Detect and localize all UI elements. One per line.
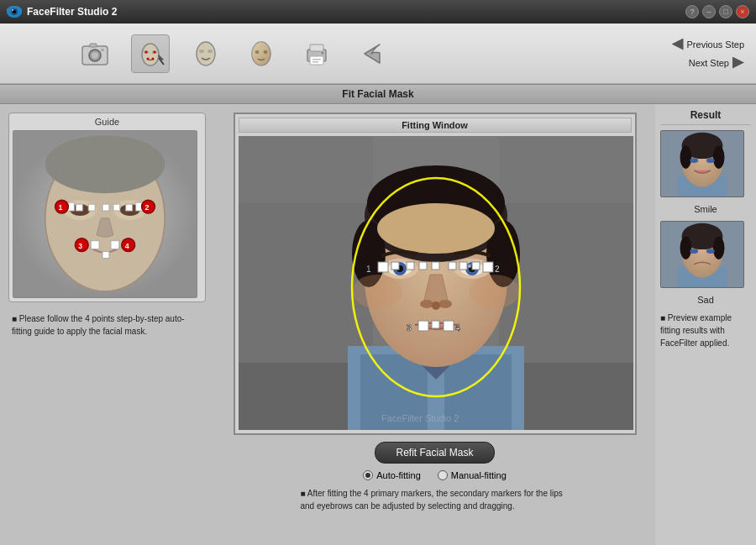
svg-rect-102 xyxy=(432,321,439,328)
fitting-options: Auto-fitting Manual-fitting xyxy=(363,470,507,480)
svg-point-12 xyxy=(145,50,148,53)
share-toolbar-button[interactable] xyxy=(353,34,391,73)
svg-point-15 xyxy=(152,57,155,60)
svg-point-120 xyxy=(680,236,692,259)
svg-rect-100 xyxy=(418,321,428,331)
svg-rect-94 xyxy=(432,262,439,270)
guide-box: Guide xyxy=(8,113,206,302)
main-content: Guide xyxy=(0,104,756,545)
help-button[interactable]: ? xyxy=(685,5,699,18)
svg-rect-57 xyxy=(102,252,109,259)
maximize-button[interactable]: □ xyxy=(719,5,732,18)
close-button[interactable]: × xyxy=(736,5,749,18)
title-bar: FaceFilter Studio 2 ? – □ × xyxy=(0,0,756,24)
svg-point-82 xyxy=(468,265,471,268)
svg-text:4: 4 xyxy=(455,323,460,333)
guide-face-svg: 1 2 3 xyxy=(13,131,197,297)
previous-step-button[interactable]: Previous Step xyxy=(669,37,748,52)
svg-point-114 xyxy=(706,158,715,163)
sad-result-thumbnail[interactable] xyxy=(660,221,744,288)
guide-image: 1 2 3 xyxy=(13,130,197,298)
svg-point-113 xyxy=(690,158,698,163)
svg-rect-50 xyxy=(102,204,109,211)
svg-rect-89 xyxy=(378,262,388,272)
camera-toolbar-button[interactable] xyxy=(76,34,114,73)
manual-fitting-label: Manual-fitting xyxy=(451,470,507,480)
svg-point-22 xyxy=(252,42,270,66)
preview-toolbar-button[interactable] xyxy=(242,34,281,73)
auto-fitting-option[interactable]: Auto-fitting xyxy=(363,470,421,480)
svg-point-30 xyxy=(322,51,324,54)
manual-fitting-radio[interactable] xyxy=(438,470,448,480)
fitting-canvas: 1 2 3 xyxy=(239,136,633,430)
minimize-button[interactable]: – xyxy=(702,5,716,18)
auto-fitting-label: Auto-fitting xyxy=(376,470,421,480)
left-panel: Guide xyxy=(0,104,214,545)
right-panel: Result xyxy=(655,104,756,545)
fitting-image-area[interactable]: 1 2 3 xyxy=(239,136,633,430)
svg-point-19 xyxy=(199,50,204,53)
svg-point-123 xyxy=(706,249,715,254)
svg-point-24 xyxy=(264,50,268,54)
svg-text:3: 3 xyxy=(407,323,412,333)
section-header-title: Fit Facial Mask xyxy=(342,88,413,100)
svg-point-18 xyxy=(197,42,215,66)
svg-point-84 xyxy=(438,300,452,308)
svg-text:FaceFilter Studio 2: FaceFilter Studio 2 xyxy=(381,413,459,423)
print-toolbar-button[interactable] xyxy=(297,34,336,73)
svg-point-83 xyxy=(420,300,433,308)
svg-point-20 xyxy=(207,50,213,53)
svg-rect-51 xyxy=(91,241,99,249)
svg-rect-27 xyxy=(310,56,323,65)
svg-point-33 xyxy=(45,135,165,193)
next-step-arrow xyxy=(732,57,744,69)
svg-text:2: 2 xyxy=(495,265,500,274)
svg-point-72 xyxy=(377,203,495,254)
edit-toolbar-button[interactable] xyxy=(186,34,225,73)
svg-text:3: 3 xyxy=(78,242,82,250)
svg-point-14 xyxy=(147,57,150,60)
toolbar-icons xyxy=(76,34,391,73)
svg-rect-28 xyxy=(312,59,321,60)
previous-step-arrow xyxy=(672,39,684,50)
guide-text: Please follow the 4 points step-by-step … xyxy=(8,311,206,339)
svg-rect-95 xyxy=(483,262,493,272)
svg-point-3 xyxy=(12,9,13,11)
guide-title: Guide xyxy=(13,117,202,127)
result-title: Result xyxy=(660,109,751,125)
app-logo xyxy=(7,6,22,18)
auto-fitting-radio[interactable] xyxy=(363,470,373,480)
step-buttons: Previous Step Next Step xyxy=(669,37,748,71)
title-bar-left: FaceFilter Studio 2 xyxy=(7,6,117,18)
svg-rect-48 xyxy=(76,204,82,211)
next-step-label: Next Step xyxy=(689,58,729,68)
svg-rect-93 xyxy=(419,262,427,270)
center-panel: Fitting Window xyxy=(214,104,655,545)
svg-rect-47 xyxy=(113,204,120,211)
svg-point-111 xyxy=(680,145,692,168)
smile-result-thumbnail[interactable] xyxy=(660,130,744,197)
manual-fitting-option[interactable]: Manual-fitting xyxy=(438,470,507,480)
svg-point-13 xyxy=(154,50,156,53)
svg-rect-49 xyxy=(126,204,133,211)
fitting-window: Fitting Window xyxy=(234,113,637,435)
svg-text:2: 2 xyxy=(145,203,150,212)
next-step-button[interactable]: Next Step xyxy=(685,55,748,71)
fitting-window-title: Fitting Window xyxy=(239,118,632,133)
svg-text:4: 4 xyxy=(125,242,129,250)
svg-point-121 xyxy=(713,236,725,259)
svg-rect-91 xyxy=(391,262,399,270)
refit-facial-mask-button[interactable]: Refit Facial Mask xyxy=(375,442,494,464)
svg-point-86 xyxy=(352,275,402,308)
svg-point-112 xyxy=(713,145,725,168)
svg-text:1: 1 xyxy=(59,203,63,212)
fit-mask-toolbar-button[interactable] xyxy=(131,34,170,73)
svg-rect-103 xyxy=(444,321,454,331)
svg-rect-54 xyxy=(111,241,119,249)
svg-rect-29 xyxy=(312,61,318,63)
result-note: Preview example fitting results with Fac… xyxy=(660,312,751,349)
svg-point-9 xyxy=(142,44,159,66)
svg-rect-8 xyxy=(101,49,104,51)
app-title: FaceFilter Studio 2 xyxy=(27,6,117,18)
svg-point-122 xyxy=(690,249,698,254)
